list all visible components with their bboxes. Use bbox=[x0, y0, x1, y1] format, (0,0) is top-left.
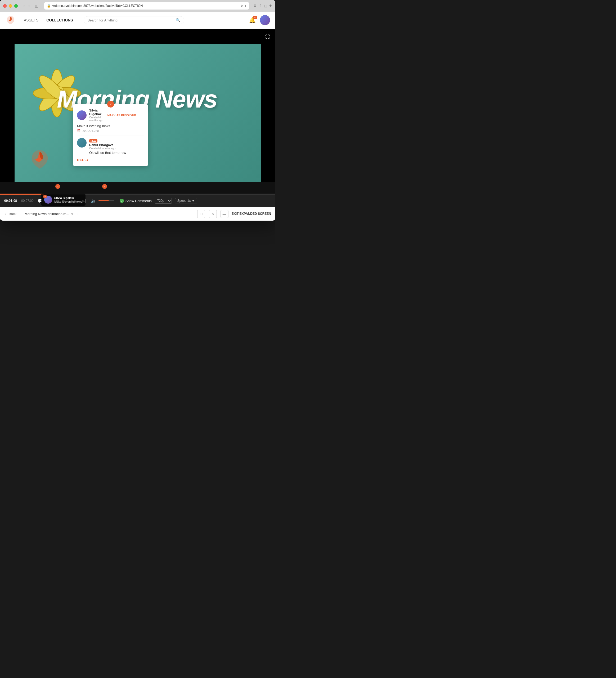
volume-bar[interactable] bbox=[98, 200, 114, 201]
reply-body-text: Ok will do that tomorrow bbox=[89, 151, 126, 155]
commenter-avatar-image bbox=[77, 110, 87, 120]
exit-expanded-label: EXIT EXPANDED SCREEN bbox=[232, 212, 271, 216]
browser-nav-buttons: ‹ › bbox=[22, 3, 31, 9]
user-avatar[interactable] bbox=[260, 15, 270, 25]
top-nav: ASSETS COLLECTIONS 🔍 🔔 70 bbox=[0, 12, 275, 29]
refresh-icon[interactable]: ↻ bbox=[240, 4, 243, 8]
lock-icon: 🔒 bbox=[47, 4, 51, 8]
notification-badge: 70 bbox=[252, 16, 257, 19]
video-container: Morning News 2 bbox=[14, 44, 261, 182]
breadcrumb-item: Morning News animation.m... bbox=[25, 212, 69, 216]
timeline-avatar-wrapper: 2 bbox=[44, 196, 52, 204]
url-text: vrdemo.evolphin.com:8973/webclient/?acti… bbox=[52, 4, 239, 8]
reply-author-name: Rahul Bhargava bbox=[89, 143, 126, 147]
breadcrumb-arrow-icon: ← bbox=[19, 212, 23, 216]
breadcrumb-forward-icon: → bbox=[75, 212, 79, 216]
timeline-markers: 2 1 bbox=[0, 184, 275, 188]
volume-area: 🔉 bbox=[90, 197, 114, 204]
app-logo bbox=[5, 15, 16, 26]
show-comments-button[interactable]: ✓ Show Comments bbox=[120, 199, 152, 203]
quality-selector[interactable]: 720p 1080p 480p bbox=[155, 198, 172, 204]
back-button[interactable]: ← Back bbox=[4, 212, 16, 216]
comment-body-text: Make it evening news bbox=[77, 124, 144, 128]
video-frame: Morning News 2 bbox=[14, 44, 261, 182]
search-icon: 🔍 bbox=[176, 18, 180, 22]
speed-label: Speed 1x bbox=[177, 199, 191, 202]
line-tool-button[interactable]: — bbox=[220, 210, 229, 218]
comment-video-timestamp: ⏰ 00:00:01.280 bbox=[77, 129, 144, 133]
commenter-avatar bbox=[77, 110, 87, 120]
search-input[interactable] bbox=[88, 18, 174, 22]
scrubber-progress bbox=[0, 194, 44, 195]
download-icon[interactable]: ⇓ bbox=[253, 3, 257, 8]
top-padding bbox=[0, 29, 275, 36]
avatar-image bbox=[260, 15, 270, 25]
back-nav-button[interactable]: ‹ bbox=[22, 3, 26, 9]
main-content: ⛶ bbox=[0, 29, 275, 221]
tab-view-button[interactable]: ◫ bbox=[33, 3, 40, 8]
timeline-marker-1[interactable]: 2 bbox=[55, 184, 60, 189]
reply-time: Created 4 months ago bbox=[89, 147, 126, 150]
total-time: 00:07:00 bbox=[21, 199, 34, 202]
comment-count-badge: 2 bbox=[107, 101, 114, 108]
comment-author-name: Silvia Bigelow bbox=[89, 109, 105, 116]
reply-avatar bbox=[77, 138, 87, 148]
reply-comment: NEW Rahul Bhargava Created 4 months ago … bbox=[77, 138, 144, 155]
back-label: Back bbox=[9, 212, 16, 216]
assets-nav-link[interactable]: ASSETS bbox=[24, 18, 38, 22]
show-comments-check-icon: ✓ bbox=[120, 199, 124, 203]
comment-created-time: Created 4 months ago bbox=[89, 116, 105, 122]
timeline-marker-2[interactable]: 1 bbox=[102, 184, 107, 189]
browser-titlebar: ‹ › ◫ 🔒 vrdemo.evolphin.com:8973/webclie… bbox=[0, 0, 275, 12]
new-tab-button[interactable]: + bbox=[269, 3, 272, 9]
volume-icon[interactable]: 🔉 bbox=[90, 197, 97, 204]
breadcrumb: ← Morning News animation.m... 🎙 → bbox=[19, 212, 189, 216]
new-badge: NEW bbox=[89, 139, 97, 143]
reply-button[interactable]: REPLY bbox=[77, 158, 89, 162]
time-display: 00:01:08 - 00:07:00 bbox=[4, 199, 34, 202]
forward-nav-button[interactable]: › bbox=[27, 3, 31, 9]
volume-fill bbox=[98, 200, 109, 201]
circle-tool-button[interactable]: ○ bbox=[209, 210, 217, 218]
file-icon: 🎙 bbox=[71, 212, 74, 216]
speed-button[interactable]: Speed 1x ▼ bbox=[175, 198, 197, 203]
minimize-button[interactable] bbox=[9, 4, 12, 8]
timeline-author: Silvia Bigelow bbox=[54, 196, 82, 199]
collections-nav-link[interactable]: COLLECTIONS bbox=[46, 18, 73, 22]
notifications-button[interactable]: 🔔 70 bbox=[249, 17, 256, 23]
timeline-preview: Make it evening news bbox=[54, 200, 82, 203]
reply-avatar-image bbox=[77, 138, 87, 148]
clock-icon: ⏰ bbox=[77, 129, 81, 133]
address-bar[interactable]: 🔒 vrdemo.evolphin.com:8973/webclient/?ac… bbox=[44, 2, 249, 9]
comment-divider bbox=[77, 136, 144, 136]
comment-popup: 2 Silvia Bigelow Created 4 months ago MA… bbox=[73, 104, 148, 166]
timeline-comment-bubble[interactable]: 2 Silvia Bigelow Make it evening news bbox=[41, 194, 85, 206]
current-time: 00:01:08 bbox=[4, 199, 17, 202]
bottom-logo bbox=[28, 148, 52, 172]
crop-tool-button[interactable]: □ bbox=[197, 210, 205, 218]
fullscreen-expand-button[interactable]: ⛶ bbox=[264, 33, 272, 41]
video-tools: □ ○ — bbox=[197, 210, 229, 218]
browser-actions: ⇓ ⇧ □ bbox=[253, 3, 267, 8]
fullscreen-button[interactable] bbox=[14, 4, 18, 8]
share-icon[interactable]: ⇧ bbox=[259, 3, 262, 8]
bottom-bar: ← Back ← Morning News animation.m... 🎙 →… bbox=[0, 207, 275, 221]
tab-manage-icon[interactable]: □ bbox=[264, 4, 267, 8]
shield-icon: ● bbox=[245, 4, 246, 8]
timeline-comment-text: Silvia Bigelow Make it evening news bbox=[54, 196, 82, 203]
search-bar[interactable]: 🔍 bbox=[84, 16, 184, 24]
app-container: ASSETS COLLECTIONS 🔍 🔔 70 ⛶ bbox=[0, 12, 275, 221]
reply-content: NEW Rahul Bhargava Created 4 months ago … bbox=[89, 138, 126, 155]
nav-right: 🔔 70 bbox=[249, 15, 270, 25]
timeline-area[interactable]: 2 1 bbox=[0, 182, 275, 195]
comment-header: Silvia Bigelow Created 4 months ago MARK… bbox=[77, 109, 144, 122]
show-comments-label: Show Comments bbox=[125, 199, 152, 203]
browser-window: ‹ › ◫ 🔒 vrdemo.evolphin.com:8973/webclie… bbox=[0, 0, 275, 221]
exit-expanded-button[interactable]: EXIT EXPANDED SCREEN bbox=[232, 212, 271, 216]
comment-meta: Silvia Bigelow Created 4 months ago bbox=[89, 109, 105, 122]
mark-resolved-button[interactable]: MARK AS RESOLVED bbox=[108, 114, 136, 117]
close-button[interactable] bbox=[3, 4, 7, 8]
more-options-icon[interactable]: ⋮ bbox=[140, 113, 144, 118]
timeline-badge: 2 bbox=[43, 195, 47, 198]
back-arrow-icon: ← bbox=[4, 212, 8, 216]
